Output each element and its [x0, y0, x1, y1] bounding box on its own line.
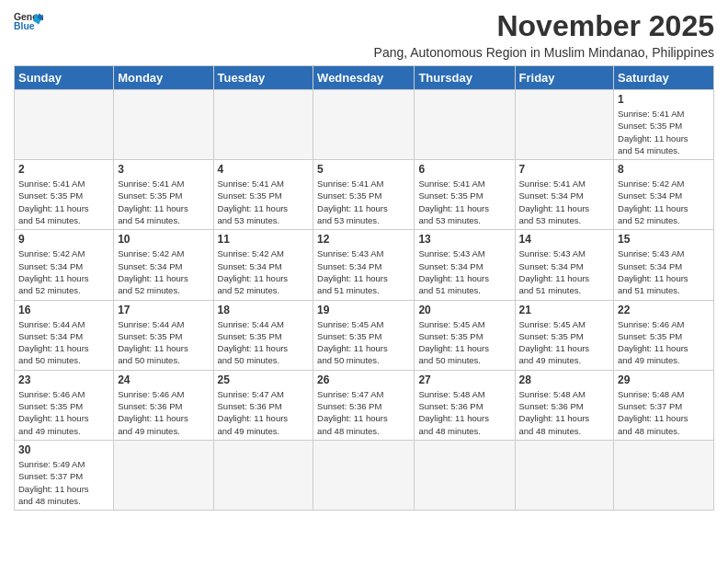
calendar-cell	[313, 440, 415, 510]
day-info: Sunrise: 5:45 AM Sunset: 5:35 PM Dayligh…	[519, 318, 610, 367]
calendar-header-wednesday: Wednesday	[313, 66, 415, 90]
day-number: 26	[317, 373, 410, 386]
day-info: Sunrise: 5:46 AM Sunset: 5:35 PM Dayligh…	[18, 388, 109, 437]
calendar-table: SundayMondayTuesdayWednesdayThursdayFrid…	[14, 65, 714, 511]
calendar-cell: 17Sunrise: 5:44 AM Sunset: 5:35 PM Dayli…	[114, 300, 213, 370]
month-title: November 2025	[374, 9, 714, 43]
day-info: Sunrise: 5:43 AM Sunset: 5:34 PM Dayligh…	[418, 247, 510, 296]
day-info: Sunrise: 5:42 AM Sunset: 5:34 PM Dayligh…	[118, 247, 209, 296]
calendar-cell: 24Sunrise: 5:46 AM Sunset: 5:36 PM Dayli…	[114, 370, 213, 440]
calendar-cell: 26Sunrise: 5:47 AM Sunset: 5:36 PM Dayli…	[313, 370, 415, 440]
calendar-week-row: 16Sunrise: 5:44 AM Sunset: 5:34 PM Dayli…	[15, 300, 714, 370]
calendar-cell: 10Sunrise: 5:42 AM Sunset: 5:34 PM Dayli…	[114, 230, 213, 300]
calendar-header-thursday: Thursday	[415, 66, 515, 90]
day-number: 16	[18, 304, 109, 316]
calendar-header-row: SundayMondayTuesdayWednesdayThursdayFrid…	[15, 66, 714, 90]
day-number: 6	[418, 163, 510, 176]
calendar-header-sunday: Sunday	[15, 66, 114, 90]
calendar-cell: 14Sunrise: 5:43 AM Sunset: 5:34 PM Dayli…	[515, 230, 614, 300]
calendar-week-row: 2Sunrise: 5:41 AM Sunset: 5:35 PM Daylig…	[15, 160, 714, 230]
day-number: 2	[18, 163, 109, 176]
calendar-header-monday: Monday	[114, 66, 213, 90]
calendar-cell: 28Sunrise: 5:48 AM Sunset: 5:36 PM Dayli…	[515, 370, 614, 440]
calendar-cell: 21Sunrise: 5:45 AM Sunset: 5:35 PM Dayli…	[515, 300, 614, 370]
day-number: 12	[317, 233, 410, 246]
calendar-cell: 25Sunrise: 5:47 AM Sunset: 5:36 PM Dayli…	[213, 370, 313, 440]
day-info: Sunrise: 5:43 AM Sunset: 5:34 PM Dayligh…	[317, 247, 410, 296]
calendar-cell	[213, 440, 313, 510]
day-info: Sunrise: 5:46 AM Sunset: 5:35 PM Dayligh…	[618, 318, 710, 367]
calendar-cell	[313, 90, 415, 160]
day-info: Sunrise: 5:42 AM Sunset: 5:34 PM Dayligh…	[218, 247, 310, 296]
header: General Blue November 2025 Pang, Autonom…	[14, 9, 714, 60]
day-number: 27	[418, 373, 510, 386]
day-info: Sunrise: 5:44 AM Sunset: 5:35 PM Dayligh…	[118, 318, 209, 367]
day-info: Sunrise: 5:49 AM Sunset: 5:37 PM Dayligh…	[18, 458, 109, 507]
calendar-week-row: 30Sunrise: 5:49 AM Sunset: 5:37 PM Dayli…	[15, 440, 714, 510]
day-number: 9	[18, 233, 109, 246]
day-info: Sunrise: 5:41 AM Sunset: 5:35 PM Dayligh…	[418, 178, 510, 226]
day-number: 13	[418, 233, 510, 246]
day-info: Sunrise: 5:41 AM Sunset: 5:35 PM Dayligh…	[618, 108, 710, 156]
calendar-cell: 19Sunrise: 5:45 AM Sunset: 5:35 PM Dayli…	[313, 300, 415, 370]
calendar-cell: 7Sunrise: 5:41 AM Sunset: 5:34 PM Daylig…	[515, 160, 614, 230]
day-info: Sunrise: 5:47 AM Sunset: 5:36 PM Dayligh…	[218, 388, 310, 437]
day-info: Sunrise: 5:43 AM Sunset: 5:34 PM Dayligh…	[519, 247, 610, 296]
day-number: 17	[118, 304, 209, 316]
calendar-week-row: 23Sunrise: 5:46 AM Sunset: 5:35 PM Dayli…	[15, 370, 714, 440]
day-number: 7	[519, 163, 610, 176]
calendar-cell: 23Sunrise: 5:46 AM Sunset: 5:35 PM Dayli…	[15, 370, 114, 440]
day-info: Sunrise: 5:45 AM Sunset: 5:35 PM Dayligh…	[317, 318, 410, 367]
calendar-cell	[515, 90, 614, 160]
day-info: Sunrise: 5:41 AM Sunset: 5:34 PM Dayligh…	[519, 178, 610, 226]
calendar-cell	[614, 440, 714, 510]
day-info: Sunrise: 5:41 AM Sunset: 5:35 PM Dayligh…	[18, 178, 109, 226]
day-info: Sunrise: 5:44 AM Sunset: 5:35 PM Dayligh…	[218, 318, 310, 367]
calendar-cell: 12Sunrise: 5:43 AM Sunset: 5:34 PM Dayli…	[313, 230, 415, 300]
calendar-cell: 8Sunrise: 5:42 AM Sunset: 5:34 PM Daylig…	[614, 160, 714, 230]
calendar-cell: 5Sunrise: 5:41 AM Sunset: 5:35 PM Daylig…	[313, 160, 415, 230]
day-info: Sunrise: 5:44 AM Sunset: 5:34 PM Dayligh…	[18, 318, 109, 367]
day-number: 28	[519, 373, 610, 386]
day-info: Sunrise: 5:48 AM Sunset: 5:36 PM Dayligh…	[519, 388, 610, 437]
calendar-cell: 18Sunrise: 5:44 AM Sunset: 5:35 PM Dayli…	[213, 300, 313, 370]
calendar-cell: 29Sunrise: 5:48 AM Sunset: 5:37 PM Dayli…	[614, 370, 714, 440]
calendar-cell: 16Sunrise: 5:44 AM Sunset: 5:34 PM Dayli…	[15, 300, 114, 370]
calendar-cell: 27Sunrise: 5:48 AM Sunset: 5:36 PM Dayli…	[415, 370, 515, 440]
svg-text:Blue: Blue	[14, 21, 35, 31]
location-subtitle: Pang, Autonomous Region in Muslim Mindan…	[374, 45, 714, 60]
day-number: 18	[218, 304, 310, 316]
calendar-cell	[415, 90, 515, 160]
day-number: 14	[519, 233, 610, 246]
day-number: 29	[618, 373, 710, 386]
day-number: 22	[618, 304, 710, 316]
day-info: Sunrise: 5:41 AM Sunset: 5:35 PM Dayligh…	[118, 178, 209, 226]
calendar-cell: 3Sunrise: 5:41 AM Sunset: 5:35 PM Daylig…	[114, 160, 213, 230]
day-number: 30	[18, 443, 109, 456]
day-info: Sunrise: 5:41 AM Sunset: 5:35 PM Dayligh…	[317, 178, 410, 226]
day-number: 8	[618, 163, 710, 176]
day-info: Sunrise: 5:48 AM Sunset: 5:36 PM Dayligh…	[418, 388, 510, 437]
calendar-cell: 20Sunrise: 5:45 AM Sunset: 5:35 PM Dayli…	[415, 300, 515, 370]
day-number: 19	[317, 304, 410, 316]
calendar-header-saturday: Saturday	[614, 66, 714, 90]
day-number: 10	[118, 233, 209, 246]
day-info: Sunrise: 5:41 AM Sunset: 5:35 PM Dayligh…	[218, 178, 310, 226]
day-number: 5	[317, 163, 410, 176]
calendar-cell: 6Sunrise: 5:41 AM Sunset: 5:35 PM Daylig…	[415, 160, 515, 230]
calendar-cell	[114, 440, 213, 510]
day-number: 15	[618, 233, 710, 246]
calendar-cell	[515, 440, 614, 510]
calendar-cell: 9Sunrise: 5:42 AM Sunset: 5:34 PM Daylig…	[15, 230, 114, 300]
day-number: 25	[218, 373, 310, 386]
day-number: 3	[118, 163, 209, 176]
calendar-cell: 15Sunrise: 5:43 AM Sunset: 5:34 PM Dayli…	[614, 230, 714, 300]
calendar-cell: 4Sunrise: 5:41 AM Sunset: 5:35 PM Daylig…	[213, 160, 313, 230]
day-info: Sunrise: 5:42 AM Sunset: 5:34 PM Dayligh…	[18, 247, 109, 296]
logo: General Blue	[14, 9, 43, 35]
calendar-cell: 1Sunrise: 5:41 AM Sunset: 5:35 PM Daylig…	[614, 90, 714, 160]
day-number: 24	[118, 373, 209, 386]
calendar-week-row: 9Sunrise: 5:42 AM Sunset: 5:34 PM Daylig…	[15, 230, 714, 300]
calendar-cell	[415, 440, 515, 510]
calendar-week-row: 1Sunrise: 5:41 AM Sunset: 5:35 PM Daylig…	[15, 90, 714, 160]
